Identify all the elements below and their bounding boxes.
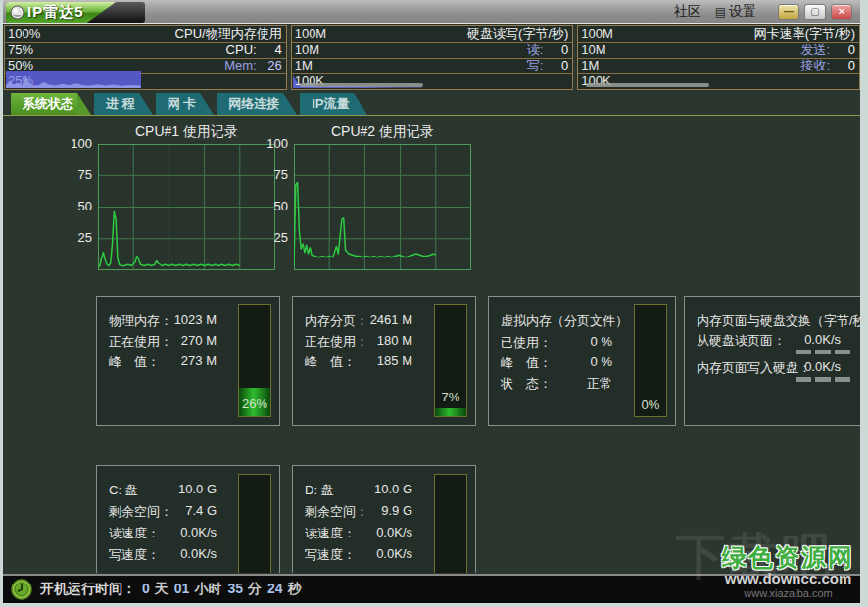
panel-title: 硬盘读写(字节/秒) — [467, 26, 568, 42]
network-rate-monitor: 100M 10M 1M 100K 网卡速率(字节/秒) 发送:0 接收:0 — [577, 25, 860, 90]
settings-link[interactable]: ▤ 设置 — [715, 3, 756, 21]
cpu2-chart-title: CPU#2 使用记录 — [294, 123, 471, 141]
top-monitor-row: 100% 75% 50% 25% CPU/物理内存使用 CPU:4 Mem:26… — [3, 24, 860, 92]
panel-title: CPU/物理内存使用 — [175, 26, 282, 42]
clock-icon — [11, 579, 32, 600]
app-title: IP雷达5 — [27, 3, 84, 22]
page-read-minibar — [796, 350, 852, 354]
page-swap-panel: 内存页面与硬盘交换（字节/秒） 从硬盘读页面：0.0K/s 内存页面写入硬盘：0… — [684, 296, 860, 426]
y-tick: 25 — [59, 231, 92, 245]
disk-c-panel: C: 盘10.0 G 剩余空间：7.4 G 读速度：0.0K/s 写速度：0.0… — [96, 465, 280, 573]
radar-icon — [10, 5, 24, 20]
memory-paging-panel: 内存分页：2461 M 正在使用：180 M 峰 值：185 M 7% — [292, 296, 476, 426]
disk-io-monitor: 100M 10M 1M 100K 硬盘读写(字节/秒) 读:0 写:0 — [291, 25, 574, 90]
gauge-percent-label: 26% — [239, 397, 270, 411]
disk-write-value: 0 — [543, 58, 568, 73]
paging-usage-gauge: 7% — [434, 304, 467, 417]
gauge-percent-label: 7% — [435, 390, 466, 404]
y-tick: 75 — [59, 168, 92, 182]
scale-label: 25% — [8, 73, 67, 89]
tab-bar: 系统状态 进 程 网 卡 网络连接 IP流量 — [3, 92, 860, 116]
history-scrollbar-thumb[interactable] — [586, 83, 709, 87]
uptime-label: 开机运行时间： — [40, 581, 136, 598]
disk-d-panel: D: 盘10.0 G 剩余空间：9.9 G 读速度：0.0K/s 写速度：0.0… — [292, 465, 476, 573]
community-link[interactable]: 社区 — [674, 3, 701, 21]
y-tick: 50 — [255, 200, 288, 213]
memory-usage-gauge: 26% — [238, 304, 271, 417]
disk-read-value: 0 — [543, 42, 568, 58]
cpu-memory-monitor: 100% 75% 50% 25% CPU/物理内存使用 CPU:4 Mem:26 — [4, 25, 287, 90]
tab-system-status[interactable]: 系统状态 — [11, 93, 77, 115]
watermark-url: www.downcc.com — [722, 571, 854, 587]
mem-percent-value: 26 — [257, 58, 282, 73]
scale-label: 100% — [8, 26, 67, 42]
settings-icon: ▤ — [715, 5, 726, 19]
scale-label: 1M — [295, 58, 354, 73]
net-send-value: 0 — [830, 42, 855, 58]
site-watermark: 绿色资源网 www.downcc.com www.xiazaiba.com — [722, 544, 854, 599]
tab-ip-traffic[interactable]: IP流量 — [300, 93, 353, 115]
physical-memory-panel: 物理内存：1023 M 正在使用：270 M 峰 值：273 M 26% — [96, 296, 280, 426]
cpu1-usage-chart — [98, 144, 275, 270]
cpu-percent-value: 4 — [257, 42, 282, 58]
y-tick: 75 — [255, 168, 288, 182]
titlebar: IP雷达5 社区 ▤ 设置 — ▢ ✕ — [3, 0, 860, 24]
scale-label: 50% — [8, 58, 67, 73]
disk-c-gauge — [238, 474, 271, 573]
maximize-button[interactable]: ▢ — [804, 4, 826, 20]
watermark-url2: www.xiazaiba.com — [722, 587, 854, 599]
tab-network-card[interactable]: 网 卡 — [156, 93, 201, 115]
app-logo: IP雷达5 — [6, 2, 145, 23]
y-tick: 100 — [255, 137, 288, 151]
cpu1-chart-title: CPU#1 使用记录 — [98, 123, 275, 141]
scale-label: 100M — [581, 26, 640, 42]
cpu2-usage-chart — [294, 144, 471, 270]
app-window: IP雷达5 社区 ▤ 设置 — ▢ ✕ 100% 75% 50% 25% — [0, 0, 868, 607]
system-status-page: CPU#1 使用记录 100 75 50 25 CPU#2 使用记录 100 7… — [3, 116, 860, 573]
gauge-percent-label: 0% — [635, 397, 666, 412]
close-button[interactable]: ✕ — [831, 4, 852, 20]
virtual-memory-panel: 虚拟内存（分页文件） 已使用：0 % 峰 值：0 % 状 态：正常 0% — [488, 296, 676, 426]
watermark-title: 绿色资源网 — [722, 544, 854, 572]
tab-network-connections[interactable]: 网络连接 — [217, 93, 283, 115]
disk-d-gauge — [434, 474, 467, 573]
scale-label: 75% — [8, 42, 67, 58]
virtual-memory-gauge: 0% — [634, 304, 667, 417]
scale-label: 10M — [295, 42, 354, 58]
minimize-button[interactable]: — — [778, 4, 799, 20]
net-recv-value: 0 — [830, 58, 855, 73]
y-tick: 25 — [255, 231, 288, 245]
scale-label: 10M — [581, 42, 640, 58]
scale-label: 100M — [295, 26, 354, 42]
history-scrollbar-thumb[interactable] — [300, 83, 423, 87]
y-tick: 100 — [59, 137, 92, 151]
y-tick: 50 — [59, 200, 92, 213]
scale-label: 1M — [581, 58, 640, 73]
panel-title: 网卡速率(字节/秒) — [754, 26, 855, 42]
page-write-minibar — [796, 377, 852, 382]
tab-processes[interactable]: 进 程 — [94, 93, 139, 115]
